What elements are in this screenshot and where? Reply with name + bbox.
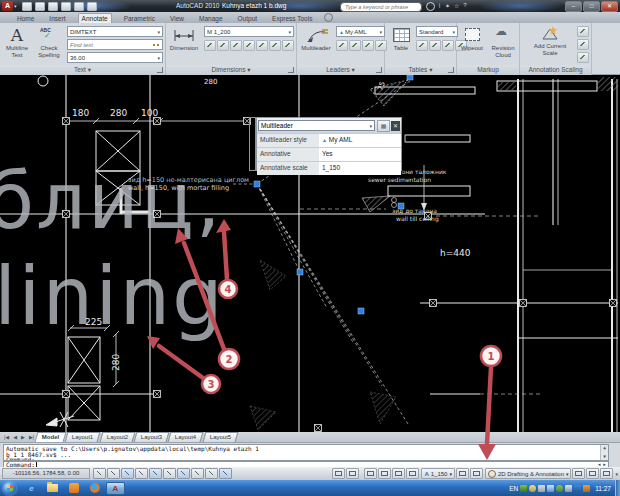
tab-view[interactable]: View [167,14,187,23]
ribbon-minimize-icon[interactable] [324,13,333,22]
dim-break-icon[interactable] [256,40,268,51]
multileader-button[interactable]: Multileader [297,45,335,52]
panel-label-dimensions[interactable]: Dimensions ▾ [166,65,296,75]
tray-network-icon[interactable] [547,485,554,492]
table-extract-icon[interactable] [416,40,428,51]
table-style-combo[interactable]: Standard▾ [416,26,458,37]
open-file-icon[interactable] [35,2,45,11]
qp-close-icon[interactable]: ✕ [391,121,400,131]
lwt-toggle[interactable] [205,468,218,479]
keychain-icon[interactable]: ⌇ [438,2,441,9]
qp-row-annotative[interactable]: Annotative Yes [257,147,401,161]
tab-layout3[interactable]: Layout3 [134,432,170,442]
ducs-toggle[interactable] [177,468,190,479]
table-update-icon[interactable] [429,40,441,51]
scale-sync-icon[interactable] [577,39,589,50]
tab-home[interactable]: Home [14,14,37,23]
qp-toggle[interactable] [219,468,232,479]
annotation-visibility-icon[interactable] [456,468,469,479]
dyn-toggle[interactable] [191,468,204,479]
dim-linear-icon[interactable] [204,40,216,51]
start-button[interactable] [3,482,16,495]
tab-nav-last-icon[interactable]: ▶| [29,434,34,440]
layout-space-icon[interactable] [346,468,359,479]
redo-icon[interactable] [74,2,84,11]
show-desktop-button[interactable] [615,480,620,496]
wipeout-button[interactable]: Wipeout [458,45,486,52]
find-text-input[interactable] [70,42,142,48]
add-current-scale-button[interactable]: Add Current Scale [526,43,574,57]
taskbar-autocad-icon[interactable]: A [106,482,125,495]
leader-add-icon[interactable] [336,40,348,51]
qp-row-style[interactable]: Multileader style ▲ My AML [257,133,401,147]
ortho-toggle[interactable] [121,468,134,479]
taskbar-ie-icon[interactable]: e [22,482,41,495]
dialog-launcher-icon[interactable] [157,67,163,73]
scroll-down-icon[interactable]: ▼ [601,454,608,460]
zoom-icon[interactable] [378,468,391,479]
otrack-toggle[interactable] [163,468,176,479]
scale-list-icon[interactable] [577,26,589,37]
revision-cloud-button[interactable]: Revision Cloud [488,45,518,59]
scroll-up-icon[interactable]: ▲ [601,445,608,451]
check-spelling-button[interactable]: Check Spelling [33,45,65,59]
maximize-button[interactable]: □ [583,1,600,12]
tab-annotate[interactable]: Annotate [78,13,112,23]
search-magnifier-icon[interactable] [426,2,435,11]
tab-model[interactable]: Model [35,432,67,442]
osnap-toggle[interactable] [149,468,162,479]
app-menu-dropdown-icon[interactable]: ▾ [14,3,17,9]
grid-toggle[interactable] [107,468,120,479]
snap-toggle[interactable] [93,468,106,479]
dialog-launcher-icon[interactable] [288,67,294,73]
coordinate-readout[interactable]: -10116.56, 1784.58, 0.00 [2,468,90,479]
text-height-combo[interactable]: 36.00▾ [67,52,163,63]
tab-layout5[interactable]: Layout5 [202,432,238,442]
close-button[interactable]: ✕ [601,1,618,12]
dim-continue-icon[interactable] [243,40,255,51]
tray-speaker-icon[interactable] [538,485,545,492]
table-link-icon[interactable] [442,40,454,51]
quick-properties-panel[interactable]: Multileader ▾ ▦ ✕ Multileader style ▲ My… [249,117,404,171]
qp-row-scale[interactable]: Annotative scale 1_150 [257,161,401,175]
save-icon[interactable] [48,2,58,11]
tab-output[interactable]: Output [235,14,261,23]
clock[interactable]: 11:27 [595,485,611,492]
multileader-style-combo[interactable]: ▲ My AML▾ [336,26,385,37]
command-history[interactable]: Automatic save to C:\Users\p.ignatov\app… [3,444,609,461]
cleanscreen-icon[interactable] [600,468,613,479]
showmotion-icon[interactable] [406,468,419,479]
object-type-combo[interactable]: Multileader ▾ [258,120,375,131]
tab-insert[interactable]: Insert [46,14,68,23]
taskbar-explorer-icon[interactable] [43,482,62,495]
tab-express-tools[interactable]: Express Tools [269,14,315,23]
plot-icon[interactable] [87,2,97,11]
tray-device-icon[interactable] [565,485,572,492]
panel-label-text[interactable]: Text ▾ [0,65,165,75]
tray-antivirus-icon[interactable] [556,485,563,492]
leader-remove-icon[interactable] [349,40,361,51]
language-indicator[interactable]: EN [509,485,518,492]
infocenter-icons[interactable]: ⌇ ✶ ☆ ? [438,2,467,9]
taskbar-orange-app-icon[interactable] [64,482,83,495]
annotation-scale-button[interactable]: A 1_150 ▾ [421,468,455,479]
autoscale-icon[interactable] [470,468,483,479]
tab-manage[interactable]: Manage [196,14,226,23]
tab-layout1[interactable]: Layout1 [65,432,101,442]
tab-nav-first-icon[interactable]: |◀ [4,434,9,440]
taskbar-firefox-icon[interactable] [85,482,104,495]
toolbar-lock-icon[interactable] [572,468,585,479]
help-search-box[interactable] [340,2,422,12]
panel-label-tables[interactable]: Tables ▾ [385,65,456,75]
tab-nav-prev-icon[interactable]: ◀ [13,434,17,440]
undo-icon[interactable] [61,2,71,11]
find-text-field[interactable] [67,39,163,50]
pan-icon[interactable] [364,468,377,479]
communication-center-icon[interactable]: ✶ [445,2,450,9]
tray-messenger-icon[interactable] [583,485,590,492]
tab-parametric[interactable]: Parametric [121,14,158,23]
find-binoculars-icon[interactable] [152,42,160,48]
multiline-text-button[interactable]: Multiline Text [0,45,34,59]
command-scrollbar[interactable]: ▲ ▼ [600,445,608,460]
table-button[interactable]: Table [387,45,415,52]
